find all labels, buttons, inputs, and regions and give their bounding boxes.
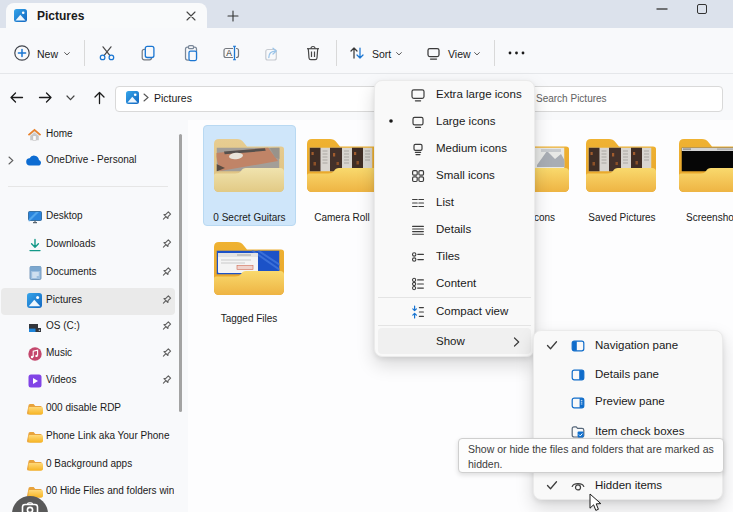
svg-text:A: A [226, 48, 232, 58]
